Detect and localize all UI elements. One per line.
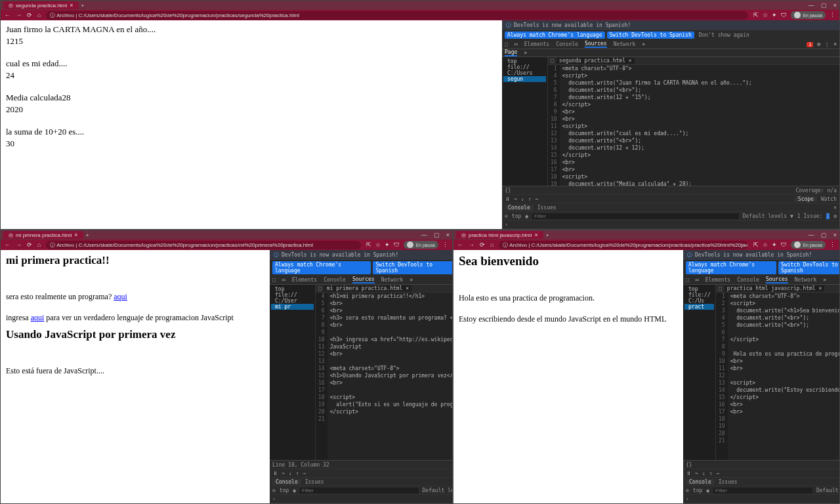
prompt-icon[interactable]: › [505, 222, 508, 228]
more-icon[interactable]: » [524, 50, 527, 56]
close-window-icon[interactable]: × [833, 232, 837, 238]
eye-icon[interactable]: ◉ [706, 488, 709, 494]
maximize-icon[interactable]: ▢ [821, 232, 827, 238]
code-body[interactable]: <meta charset="UTF-8"> <script> document… [560, 65, 839, 186]
step-over-icon[interactable]: ↷ [282, 471, 285, 476]
inspect-icon[interactable]: ⬚ [272, 277, 276, 283]
issues-tab[interactable]: Issues [537, 205, 556, 211]
forward-icon[interactable]: → [469, 242, 474, 248]
close-icon[interactable]: × [833, 205, 837, 211]
pause-icon[interactable]: ⏸ [686, 471, 691, 476]
home-icon[interactable]: ⌂ [490, 242, 494, 248]
step-into-icon[interactable]: ↓ [702, 471, 705, 476]
profile-chip[interactable]: En pausa [791, 11, 826, 19]
eye-icon[interactable]: ◉ [293, 488, 296, 494]
pause-icon[interactable]: ⏸ [272, 471, 278, 476]
menu-icon[interactable]: ⋮ [824, 41, 830, 47]
step-over-icon[interactable]: ↷ [514, 196, 517, 202]
share-icon[interactable]: ⇱ [366, 242, 371, 248]
filter-input[interactable] [713, 488, 812, 494]
close-icon[interactable]: × [534, 232, 537, 238]
star-icon[interactable]: ☆ [763, 12, 768, 18]
extensions-icon[interactable]: ✦ [772, 242, 777, 248]
file-tree[interactable]: top file:// C:/Us pract [683, 285, 716, 460]
tree-node-active[interactable]: segun [503, 76, 546, 82]
back-icon[interactable]: ← [457, 242, 463, 248]
gear-icon[interactable]: ⚙ [817, 41, 820, 47]
filter-input[interactable] [300, 488, 418, 494]
star-icon[interactable]: ☆ [375, 242, 381, 248]
close-icon[interactable]: × [70, 2, 73, 9]
shield-icon[interactable]: 🛡 [781, 242, 787, 248]
levels-dropdown[interactable]: Default levels ▼ [743, 213, 793, 219]
prompt-icon[interactable]: › [686, 496, 689, 502]
nav-icon[interactable]: ⬚ [318, 285, 322, 291]
editor-file-tab[interactable]: segunda practica.html × [556, 58, 635, 64]
maximize-icon[interactable]: ▢ [434, 232, 440, 238]
tab-console[interactable]: Console [556, 41, 578, 47]
gear-icon[interactable]: ⚙ [833, 213, 837, 219]
step-icon[interactable]: → [535, 196, 538, 202]
home-icon[interactable]: ⌂ [37, 12, 41, 18]
close-window-icon[interactable]: × [833, 2, 837, 9]
shield-icon[interactable]: 🛡 [781, 12, 787, 18]
tab-network[interactable]: Network [381, 277, 404, 283]
more-tabs-icon[interactable]: » [642, 41, 645, 47]
share-icon[interactable]: ⇱ [753, 12, 759, 18]
new-tab-button[interactable]: + [546, 232, 549, 238]
tab-elements[interactable]: Elements [292, 277, 318, 283]
close-icon[interactable]: × [74, 232, 77, 238]
inspect-icon[interactable]: ⬚ [686, 277, 689, 283]
close-window-icon[interactable]: × [446, 232, 450, 238]
step-icon[interactable]: → [303, 471, 306, 476]
inspect-icon[interactable]: ⬚ [505, 41, 508, 47]
aqui-link[interactable]: aqui [114, 292, 127, 301]
reload-icon[interactable]: ⟳ [27, 12, 32, 18]
nav-icon[interactable]: ⬚ [551, 58, 554, 64]
menu-icon[interactable]: ⋮ [442, 242, 448, 248]
reload-icon[interactable]: ⟳ [480, 242, 485, 248]
profile-chip[interactable]: En pausa [404, 241, 438, 249]
code-body[interactable]: <h1>mi primera practica!!</h1> <br> <br>… [327, 293, 452, 460]
forward-icon[interactable]: → [16, 12, 22, 18]
file-tree[interactable]: top file:// C:/User mi pr [270, 285, 316, 460]
more-tabs-icon[interactable]: » [410, 277, 413, 283]
device-icon[interactable]: ▭ [514, 41, 518, 47]
step-out-icon[interactable]: ↑ [709, 471, 713, 476]
step-out-icon[interactable]: ↑ [528, 196, 532, 202]
file-tree[interactable]: top file:// C:/Users segun [502, 57, 548, 186]
tab-sources[interactable]: Sources [585, 41, 607, 48]
address-bar[interactable]: ⓘ Archivo | C:/Users/skate/Documents/log… [46, 11, 748, 20]
new-tab-button[interactable]: + [81, 3, 85, 9]
new-tab-button[interactable]: + [86, 232, 89, 238]
address-bar[interactable]: ⓘ Archivo | C:/Users/skate/Documents/log… [46, 241, 361, 249]
error-badge[interactable]: 1 [807, 42, 813, 47]
back-icon[interactable]: ← [5, 12, 10, 18]
step-into-icon[interactable]: ↓ [521, 196, 524, 202]
tab-elements[interactable]: Elements [524, 41, 550, 47]
code-body[interactable]: <meta charset="UTF-8"> <script> document… [728, 293, 839, 460]
match-language-button[interactable]: Always match Chrome's language [272, 261, 371, 274]
console-tab[interactable]: Console [505, 205, 534, 211]
editor-file-tab[interactable]: mi primera practica.html × [324, 285, 411, 291]
browser-tab[interactable]: ◎ segunda practica.html × [3, 1, 79, 9]
minimize-icon[interactable]: — [421, 232, 427, 238]
extensions-icon[interactable]: ✦ [385, 242, 390, 248]
nav-icon[interactable]: ⬚ [719, 285, 722, 291]
browser-tab[interactable]: ◎ practica html javascrip.html × [456, 231, 543, 239]
clear-icon[interactable]: ⊘ [686, 488, 689, 494]
pause-icon[interactable]: ⏸ [505, 196, 510, 202]
dismiss-button[interactable]: Don't show again [696, 32, 752, 39]
issue-link[interactable]: 1 Issue: [797, 213, 823, 219]
filter-input[interactable] [532, 213, 739, 219]
top-context[interactable]: top [512, 213, 521, 219]
step-out-icon[interactable]: ↑ [296, 471, 299, 476]
home-icon[interactable]: ⌂ [37, 242, 41, 248]
step-into-icon[interactable]: ↓ [289, 471, 292, 476]
minimize-icon[interactable]: — [808, 2, 814, 9]
menu-icon[interactable]: ⋮ [830, 12, 835, 18]
tab-network[interactable]: Network [614, 41, 636, 47]
extensions-icon[interactable]: ✦ [772, 12, 777, 18]
step-icon[interactable]: → [716, 471, 719, 476]
address-bar[interactable]: ⓘ Archivo | C:/Users/skate/Documents/log… [499, 241, 748, 249]
